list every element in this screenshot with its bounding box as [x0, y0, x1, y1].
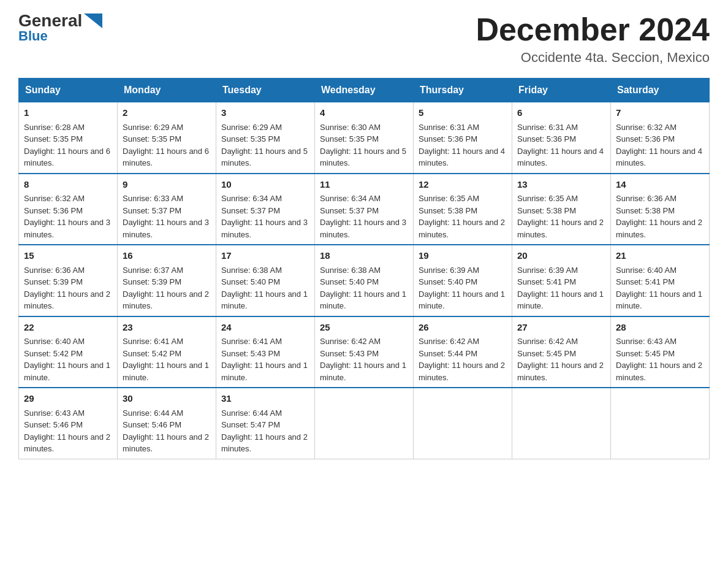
day-info: Sunrise: 6:40 AMSunset: 5:42 PMDaylight:…	[24, 337, 110, 382]
logo: General Blue	[18, 12, 102, 44]
day-number: 4	[320, 106, 408, 120]
day-number: 19	[419, 249, 507, 263]
table-row: 1Sunrise: 6:28 AMSunset: 5:35 PMDaylight…	[19, 102, 118, 174]
day-info: Sunrise: 6:39 AMSunset: 5:40 PMDaylight:…	[419, 266, 505, 311]
day-info: Sunrise: 6:38 AMSunset: 5:40 PMDaylight:…	[320, 266, 406, 311]
table-row: 30Sunrise: 6:44 AMSunset: 5:46 PMDayligh…	[118, 388, 216, 459]
logo-blue-text: Blue	[18, 28, 48, 44]
table-row: 4Sunrise: 6:30 AMSunset: 5:35 PMDaylight…	[315, 102, 414, 174]
day-number: 3	[221, 106, 309, 120]
day-info: Sunrise: 6:37 AMSunset: 5:39 PMDaylight:…	[123, 266, 209, 311]
location-subtitle: Occidente 4ta. Seccion, Mexico	[476, 50, 710, 66]
day-number: 17	[221, 249, 309, 263]
day-info: Sunrise: 6:35 AMSunset: 5:38 PMDaylight:…	[419, 194, 505, 239]
table-row: 28Sunrise: 6:43 AMSunset: 5:45 PMDayligh…	[611, 316, 710, 388]
day-number: 9	[123, 178, 211, 192]
table-row: 26Sunrise: 6:42 AMSunset: 5:44 PMDayligh…	[414, 316, 512, 388]
day-info: Sunrise: 6:44 AMSunset: 5:47 PMDaylight:…	[221, 408, 308, 454]
day-info: Sunrise: 6:42 AMSunset: 5:44 PMDaylight:…	[419, 337, 505, 382]
day-info: Sunrise: 6:34 AMSunset: 5:37 PMDaylight:…	[320, 194, 406, 239]
day-number: 27	[517, 321, 605, 335]
table-row: 10Sunrise: 6:34 AMSunset: 5:37 PMDayligh…	[216, 174, 315, 245]
calendar-week-row: 1Sunrise: 6:28 AMSunset: 5:35 PMDaylight…	[19, 102, 710, 174]
day-number: 8	[24, 178, 112, 192]
day-info: Sunrise: 6:33 AMSunset: 5:37 PMDaylight:…	[123, 194, 209, 239]
day-info: Sunrise: 6:30 AMSunset: 5:35 PMDaylight:…	[320, 123, 406, 168]
table-row	[611, 388, 710, 459]
col-tuesday: Tuesday	[216, 79, 315, 102]
day-number: 10	[221, 178, 309, 192]
day-number: 30	[123, 392, 211, 406]
day-number: 31	[221, 392, 309, 406]
calendar-header-row: Sunday Monday Tuesday Wednesday Thursday…	[19, 79, 710, 102]
title-section: December 2024 Occidente 4ta. Seccion, Me…	[476, 12, 710, 66]
day-info: Sunrise: 6:29 AMSunset: 5:35 PMDaylight:…	[221, 123, 308, 168]
day-number: 5	[419, 106, 507, 120]
table-row: 17Sunrise: 6:38 AMSunset: 5:40 PMDayligh…	[216, 245, 315, 316]
calendar-week-row: 15Sunrise: 6:36 AMSunset: 5:39 PMDayligh…	[19, 245, 710, 316]
table-row: 12Sunrise: 6:35 AMSunset: 5:38 PMDayligh…	[414, 174, 512, 245]
table-row: 24Sunrise: 6:41 AMSunset: 5:43 PMDayligh…	[216, 316, 315, 388]
calendar-week-row: 29Sunrise: 6:43 AMSunset: 5:46 PMDayligh…	[19, 388, 710, 459]
table-row	[512, 388, 611, 459]
col-monday: Monday	[118, 79, 216, 102]
day-info: Sunrise: 6:41 AMSunset: 5:42 PMDaylight:…	[123, 337, 209, 382]
day-number: 18	[320, 249, 408, 263]
day-info: Sunrise: 6:31 AMSunset: 5:36 PMDaylight:…	[419, 123, 505, 168]
table-row: 2Sunrise: 6:29 AMSunset: 5:35 PMDaylight…	[118, 102, 216, 174]
day-number: 22	[24, 321, 112, 335]
day-number: 12	[419, 178, 507, 192]
table-row: 21Sunrise: 6:40 AMSunset: 5:41 PMDayligh…	[611, 245, 710, 316]
day-number: 25	[320, 321, 408, 335]
day-number: 1	[24, 106, 112, 120]
day-info: Sunrise: 6:43 AMSunset: 5:46 PMDaylight:…	[24, 408, 110, 454]
logo-general-text: General	[18, 12, 82, 29]
day-info: Sunrise: 6:35 AMSunset: 5:38 PMDaylight:…	[517, 194, 604, 239]
logo-arrow-icon	[84, 13, 102, 28]
col-sunday: Sunday	[19, 79, 118, 102]
day-info: Sunrise: 6:32 AMSunset: 5:36 PMDaylight:…	[24, 194, 110, 239]
calendar-week-row: 22Sunrise: 6:40 AMSunset: 5:42 PMDayligh…	[19, 316, 710, 388]
col-wednesday: Wednesday	[315, 79, 414, 102]
day-info: Sunrise: 6:39 AMSunset: 5:41 PMDaylight:…	[517, 266, 604, 311]
day-info: Sunrise: 6:44 AMSunset: 5:46 PMDaylight:…	[123, 408, 209, 454]
day-number: 2	[123, 106, 211, 120]
day-number: 23	[123, 321, 211, 335]
table-row: 16Sunrise: 6:37 AMSunset: 5:39 PMDayligh…	[118, 245, 216, 316]
table-row: 15Sunrise: 6:36 AMSunset: 5:39 PMDayligh…	[19, 245, 118, 316]
table-row: 19Sunrise: 6:39 AMSunset: 5:40 PMDayligh…	[414, 245, 512, 316]
table-row: 27Sunrise: 6:42 AMSunset: 5:45 PMDayligh…	[512, 316, 611, 388]
day-number: 6	[517, 106, 605, 120]
day-info: Sunrise: 6:32 AMSunset: 5:36 PMDaylight:…	[616, 123, 702, 168]
table-row: 3Sunrise: 6:29 AMSunset: 5:35 PMDaylight…	[216, 102, 315, 174]
table-row	[414, 388, 512, 459]
day-info: Sunrise: 6:42 AMSunset: 5:43 PMDaylight:…	[320, 337, 406, 382]
table-row: 9Sunrise: 6:33 AMSunset: 5:37 PMDaylight…	[118, 174, 216, 245]
day-info: Sunrise: 6:36 AMSunset: 5:38 PMDaylight:…	[616, 194, 702, 239]
col-friday: Friday	[512, 79, 611, 102]
day-info: Sunrise: 6:31 AMSunset: 5:36 PMDaylight:…	[517, 123, 604, 168]
col-saturday: Saturday	[611, 79, 710, 102]
table-row: 29Sunrise: 6:43 AMSunset: 5:46 PMDayligh…	[19, 388, 118, 459]
day-number: 15	[24, 249, 112, 263]
table-row	[315, 388, 414, 459]
table-row: 13Sunrise: 6:35 AMSunset: 5:38 PMDayligh…	[512, 174, 611, 245]
day-number: 14	[616, 178, 704, 192]
calendar-week-row: 8Sunrise: 6:32 AMSunset: 5:36 PMDaylight…	[19, 174, 710, 245]
day-info: Sunrise: 6:28 AMSunset: 5:35 PMDaylight:…	[24, 123, 110, 168]
day-number: 7	[616, 106, 704, 120]
table-row: 11Sunrise: 6:34 AMSunset: 5:37 PMDayligh…	[315, 174, 414, 245]
day-info: Sunrise: 6:38 AMSunset: 5:40 PMDaylight:…	[221, 266, 308, 311]
table-row: 23Sunrise: 6:41 AMSunset: 5:42 PMDayligh…	[118, 316, 216, 388]
table-row: 18Sunrise: 6:38 AMSunset: 5:40 PMDayligh…	[315, 245, 414, 316]
table-row: 25Sunrise: 6:42 AMSunset: 5:43 PMDayligh…	[315, 316, 414, 388]
table-row: 5Sunrise: 6:31 AMSunset: 5:36 PMDaylight…	[414, 102, 512, 174]
day-info: Sunrise: 6:41 AMSunset: 5:43 PMDaylight:…	[221, 337, 308, 382]
table-row: 20Sunrise: 6:39 AMSunset: 5:41 PMDayligh…	[512, 245, 611, 316]
col-thursday: Thursday	[414, 79, 512, 102]
page-header: General Blue December 2024 Occidente 4ta…	[18, 12, 710, 66]
calendar-table: Sunday Monday Tuesday Wednesday Thursday…	[18, 78, 710, 459]
table-row: 22Sunrise: 6:40 AMSunset: 5:42 PMDayligh…	[19, 316, 118, 388]
day-number: 11	[320, 178, 408, 192]
day-number: 29	[24, 392, 112, 406]
